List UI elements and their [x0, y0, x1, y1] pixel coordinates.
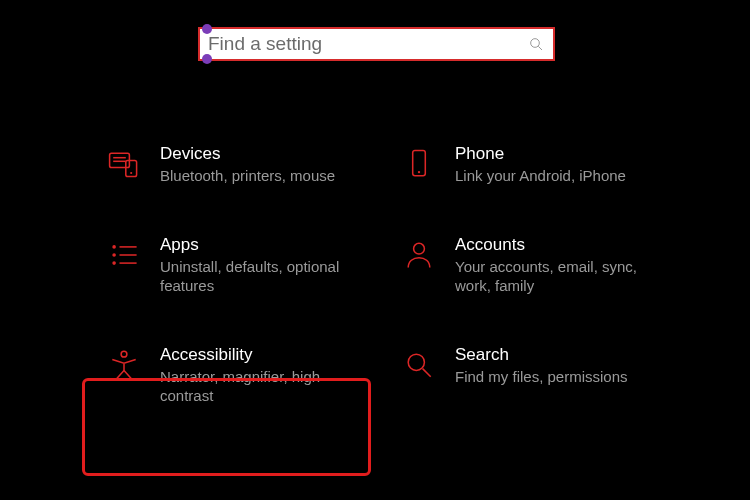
svg-line-18: [423, 369, 431, 377]
svg-point-11: [112, 253, 116, 257]
search-input[interactable]: [200, 29, 519, 59]
text-cursor-handle-bottom: [202, 54, 212, 64]
settings-grid: Devices Bluetooth, printers, mouse Phone…: [100, 140, 670, 409]
item-desc: Uninstall, defaults, optional features: [160, 258, 360, 296]
settings-item-accounts[interactable]: Accounts Your accounts, email, sync, wor…: [395, 231, 670, 299]
settings-item-apps[interactable]: Apps Uninstall, defaults, optional featu…: [100, 231, 375, 299]
phone-icon: [399, 144, 439, 184]
settings-item-accessibility[interactable]: Accessibility Narrator, magnifier, high …: [100, 341, 375, 409]
item-title: Devices: [160, 144, 371, 164]
devices-icon: [104, 144, 144, 184]
search-category-icon: [399, 345, 439, 385]
item-title: Accounts: [455, 235, 666, 255]
accounts-icon: [399, 235, 439, 275]
svg-point-0: [531, 39, 540, 48]
item-desc: Your accounts, email, sync, work, family: [455, 258, 655, 296]
settings-item-devices[interactable]: Devices Bluetooth, printers, mouse: [100, 140, 375, 189]
svg-point-9: [112, 245, 116, 249]
item-title: Accessibility: [160, 345, 371, 365]
item-desc: Link your Android, iPhone: [455, 167, 655, 186]
item-desc: Find my files, permissions: [455, 368, 655, 387]
text-cursor-handle-top: [202, 24, 212, 34]
settings-item-phone[interactable]: Phone Link your Android, iPhone: [395, 140, 670, 189]
apps-icon: [104, 235, 144, 275]
settings-item-search[interactable]: Search Find my files, permissions: [395, 341, 670, 409]
item-title: Apps: [160, 235, 371, 255]
item-desc: Bluetooth, printers, mouse: [160, 167, 360, 186]
search-icon: [519, 36, 553, 52]
accessibility-icon: [104, 345, 144, 385]
svg-rect-5: [126, 160, 137, 176]
search-box[interactable]: [198, 27, 555, 61]
svg-point-8: [418, 171, 420, 173]
item-desc: Narrator, magnifier, high contrast: [160, 368, 360, 406]
item-title: Phone: [455, 144, 666, 164]
svg-point-17: [408, 355, 424, 371]
svg-point-6: [130, 172, 132, 174]
svg-line-1: [538, 46, 542, 50]
svg-point-15: [414, 244, 425, 255]
svg-point-13: [112, 262, 116, 266]
svg-point-16: [121, 352, 127, 358]
item-title: Search: [455, 345, 666, 365]
